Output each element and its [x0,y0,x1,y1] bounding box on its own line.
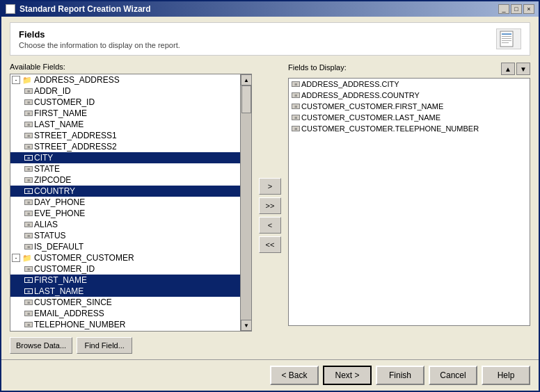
group-address-label: ADDRESS_ADDRESS [34,75,120,85]
footer: < Back Next > Finish Cancel Help [1,359,539,391]
field-first-name-2[interactable]: ≡ FIRST_NAME [10,275,240,286]
field-icon: ≡ [292,92,300,98]
header-section: Fields Choose the information to display… [10,22,530,56]
field-country[interactable]: ≡ COUNTRY [10,186,240,197]
field-customer-id-2[interactable]: ≡ CUSTOMER_ID [10,263,240,275]
field-icon: ≡ [24,300,33,305]
field-city[interactable]: ≡ CITY [10,152,240,163]
field-icon: ≡ [24,222,33,227]
field-icon: ≡ [24,99,33,105]
browse-data-button[interactable]: Browse Data... [10,337,72,354]
help-button[interactable]: Help [482,366,530,385]
group-customer[interactable]: - 📁 CUSTOMER_CUSTOMER [10,252,240,263]
close-button[interactable]: × [523,4,534,14]
finish-button[interactable]: Finish [376,366,424,385]
field-day-phone[interactable]: ≡ DAY_PHONE [10,197,240,208]
field-icon: ≡ [24,144,33,149]
field-addr-id[interactable]: ≡ ADDR_ID [10,85,240,97]
group-address[interactable]: - 📁 ADDRESS_ADDRESS [10,74,240,85]
title-bar-left: Standard Report Creation Wizard [6,4,151,14]
display-item-4-label: CUSTOMER_CUSTOMER.LAST_NAME [301,113,440,122]
field-country-label: COUNTRY [34,186,75,196]
display-scroll-content[interactable]: ≡ ADDRESS_ADDRESS.CITY ≡ ADDRESS_ADDRESS… [289,79,530,325]
scroll-up-arrow[interactable]: ▲ [241,74,252,85]
field-icon: ≡ [24,177,33,183]
title-bar-controls: _ □ × [498,4,534,14]
display-item-4[interactable]: ≡ CUSTOMER_CUSTOMER.LAST_NAME [289,112,530,123]
field-last-name-1[interactable]: ≡ LAST_NAME [10,119,240,130]
remove-all-button[interactable]: << [259,236,281,253]
report-icon [496,28,521,49]
available-fields-label: Available Fields: [10,63,252,71]
cancel-button[interactable]: Cancel [429,366,477,385]
field-eve-phone[interactable]: ≡ EVE_PHONE [10,208,240,219]
header-text: Fields Choose the information to display… [19,29,180,49]
scroll-track[interactable] [241,85,251,320]
field-icon: ≡ [24,233,33,238]
field-status[interactable]: ≡ STATUS [10,230,240,241]
field-icon: ≡ [24,122,33,127]
field-addr-id-label: ADDR_ID [34,86,71,96]
scroll-thumb[interactable] [241,85,251,113]
bottom-buttons: Browse Data... Find Field... [10,337,252,354]
field-alias[interactable]: ≡ ALIAS [10,219,240,230]
field-telephone[interactable]: ≡ TELEPHONE_NUMBER [10,319,240,330]
field-last-name-2-label: LAST_NAME [34,286,84,296]
window-icon [6,4,15,14]
maximize-button[interactable]: □ [511,4,522,14]
scroll-down-arrow[interactable]: ▼ [241,320,252,331]
main-window: Standard Report Creation Wizard _ □ × Fi… [0,0,540,392]
display-item-3[interactable]: ≡ CUSTOMER_CUSTOMER.FIRST_NAME [289,101,530,112]
display-item-5-label: CUSTOMER_CUSTOMER.TELEPHONE_NUMBER [301,124,479,133]
field-icon: ≡ [24,199,33,205]
field-icon: ≡ [292,104,300,109]
available-fields-panel: - 📁 ADDRESS_ADDRESS ≡ ADDR_ID ≡ CUSTOMER… [10,74,252,332]
field-alias-label: ALIAS [34,220,58,229]
display-item-5[interactable]: ≡ CUSTOMER_CUSTOMER.TELEPHONE_NUMBER [289,123,530,134]
field-email[interactable]: ≡ EMAIL_ADDRESS [10,308,240,319]
field-last-name-2[interactable]: ≡ LAST_NAME [10,286,240,297]
tree-scroll-content[interactable]: - 📁 ADDRESS_ADDRESS ≡ ADDR_ID ≡ CUSTOMER… [10,74,240,331]
field-street2[interactable]: ≡ STREET_ADDRESS2 [10,141,240,152]
field-icon: ≡ [292,81,300,87]
field-customer-id-2-label: CUSTOMER_ID [34,264,95,274]
field-icon: ≡ [24,133,33,138]
field-icon: ≡ [24,288,33,294]
field-customer-id-1[interactable]: ≡ CUSTOMER_ID [10,97,240,108]
right-panel: Fields to Display: ▲ ▼ ≡ ADDRESS_ADDRESS… [288,63,530,354]
tree-scrollbar[interactable]: ▲ ▼ [240,74,251,331]
add-one-button[interactable]: > [259,178,281,195]
folder-icon: 📁 [22,75,33,85]
field-zipcode[interactable]: ≡ ZIPCODE [10,174,240,186]
field-day-phone-label: DAY_PHONE [34,197,85,207]
field-customer-since[interactable]: ≡ CUSTOMER_SINCE [10,297,240,308]
svg-rect-1 [502,33,511,35]
field-street1[interactable]: ≡ STREET_ADDRESS1 [10,130,240,141]
sort-up-button[interactable]: ▲ [501,63,515,75]
display-item-1[interactable]: ≡ ADDRESS_ADDRESS.CITY [289,79,530,90]
field-zipcode-label: ZIPCODE [34,175,71,185]
field-state[interactable]: ≡ STATE [10,163,240,174]
display-item-1-label: ADDRESS_ADDRESS.CITY [301,80,399,88]
field-is-default-label: IS_DEFAULT [34,242,84,252]
field-first-name-2-label: FIRST_NAME [34,275,87,285]
display-item-2[interactable]: ≡ ADDRESS_ADDRESS.COUNTRY [289,90,530,101]
field-icon: ≡ [24,166,33,172]
folder-icon-2: 📁 [22,253,33,263]
sort-down-button[interactable]: ▼ [516,63,530,75]
back-button[interactable]: < Back [270,366,319,385]
field-icon: ≡ [24,211,33,216]
next-button[interactable]: Next > [323,366,372,385]
field-icon: ≡ [292,115,300,120]
field-state-label: STATE [34,164,60,174]
minimize-button[interactable]: _ [498,4,509,14]
svg-rect-4 [502,40,511,41]
field-first-name-1[interactable]: ≡ FIRST_NAME [10,108,240,119]
field-is-default[interactable]: ≡ IS_DEFAULT [10,241,240,252]
expand-customer-icon[interactable]: - [12,254,20,262]
add-all-button[interactable]: >> [259,197,281,214]
sort-buttons: ▲ ▼ [501,63,530,75]
expand-address-icon[interactable]: - [12,76,20,84]
remove-one-button[interactable]: < [259,217,281,234]
find-field-button[interactable]: Find Field... [77,337,132,354]
